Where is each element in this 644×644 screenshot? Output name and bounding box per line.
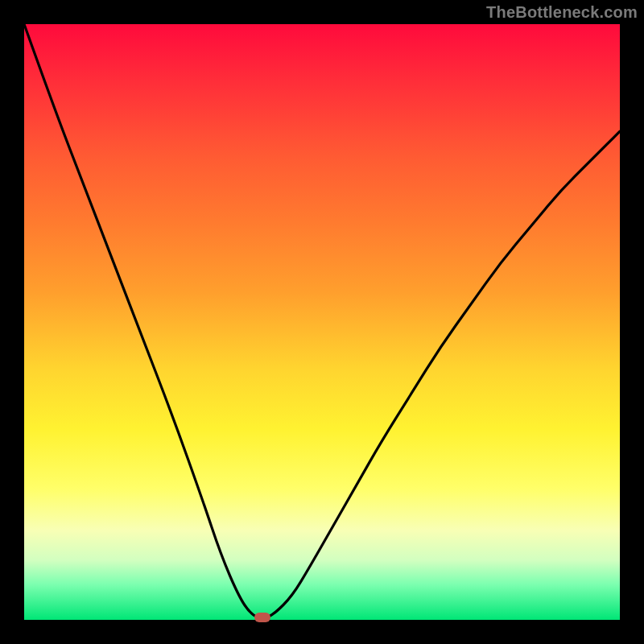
bottleneck-curve [24, 24, 620, 620]
plot-area [24, 24, 620, 620]
chart-frame: TheBottleneck.com [0, 0, 644, 644]
curve-path [24, 24, 620, 618]
minimum-marker [254, 613, 270, 622]
watermark-text: TheBottleneck.com [486, 3, 638, 22]
